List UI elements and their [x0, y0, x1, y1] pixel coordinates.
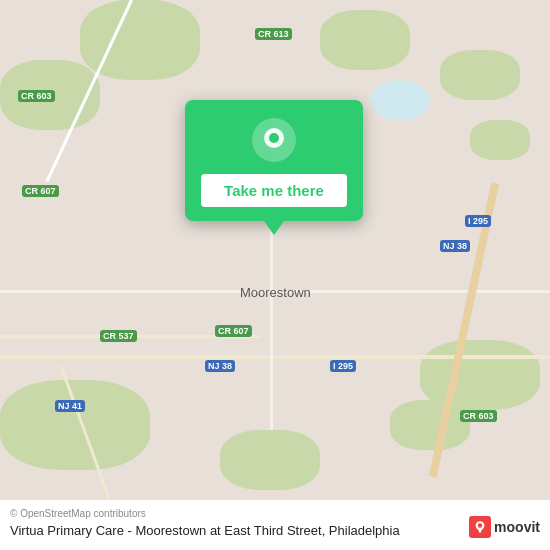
- green-area: [440, 50, 520, 100]
- green-area: [420, 340, 540, 410]
- town-label: Moorestown: [240, 285, 311, 300]
- green-area: [320, 10, 410, 70]
- route-badge-cr613: CR 613: [255, 28, 292, 40]
- green-area: [0, 380, 150, 470]
- route-badge-nj41: NJ 41: [55, 400, 85, 412]
- route-badge-i295-r: I 295: [465, 215, 491, 227]
- location-pin-icon: [252, 118, 296, 162]
- route-badge-i295-b: I 295: [330, 360, 356, 372]
- popup-card: Take me there: [185, 100, 363, 221]
- route-badge-cr603-tl: CR 603: [18, 90, 55, 102]
- route-badge-cr607-l: CR 607: [22, 185, 59, 197]
- green-area: [470, 120, 530, 160]
- road-nj38: [0, 355, 550, 359]
- road: [270, 230, 273, 430]
- green-area: [220, 430, 320, 490]
- water-area: [370, 80, 430, 120]
- route-badge-nj38-bl: NJ 38: [205, 360, 235, 372]
- location-title: Virtua Primary Care - Moorestown at East…: [10, 523, 540, 540]
- bottom-bar: © OpenStreetMap contributors Virtua Prim…: [0, 499, 550, 550]
- route-badge-cr537: CR 537: [100, 330, 137, 342]
- moovit-logo: moovit: [469, 516, 540, 538]
- moovit-icon: [469, 516, 491, 538]
- svg-point-2: [269, 133, 279, 143]
- copyright-text: © OpenStreetMap contributors: [10, 508, 540, 519]
- moovit-text: moovit: [494, 519, 540, 535]
- route-badge-cr607-b: CR 607: [215, 325, 252, 337]
- route-badge-nj38-r: NJ 38: [440, 240, 470, 252]
- map-container: CR 613CR 603CR 603CR 607CR 607I 295I 295…: [0, 0, 550, 550]
- route-badge-cr603-br: CR 603: [460, 410, 497, 422]
- take-me-there-button[interactable]: Take me there: [201, 174, 347, 207]
- svg-point-5: [478, 523, 482, 527]
